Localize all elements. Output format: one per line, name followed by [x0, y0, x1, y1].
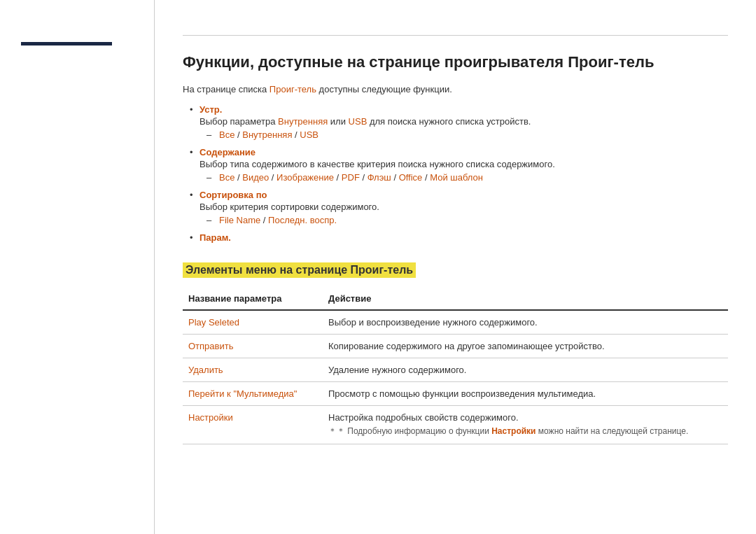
link-vse-1[interactable]: Все — [219, 129, 234, 140]
page-container: Функции, доступные на странице проигрыва… — [0, 0, 756, 534]
col1-header: Название параметра — [183, 289, 323, 310]
sort-sub-item: File Name / Последн. воспр. — [206, 215, 728, 225]
param-name-delete: Удалить — [183, 358, 323, 382]
intro-paragraph: На странице списка Проиг-тель доступны с… — [183, 84, 728, 94]
col2-header: Действие — [323, 289, 728, 310]
param-action-playseleted: Выбор и воспроизведение нужного содержим… — [323, 310, 728, 335]
bullet-label-ustr: Устр. — [200, 104, 222, 115]
sort-description: Выбор критерия сортировки содержимого. — [200, 202, 728, 212]
table-header-row: Название параметра Действие — [183, 289, 728, 310]
param-name-settings: Настройки — [183, 406, 323, 444]
param-action-delete: Удаление нужного содержимого. — [323, 358, 728, 382]
link-video[interactable]: Видео — [242, 172, 269, 183]
link-filename[interactable]: File Name — [219, 215, 260, 225]
param-name-goto: Перейти к "Мультимедиа" — [183, 382, 323, 406]
content-description: Выбор типа содержимого в качестве критер… — [200, 159, 728, 169]
link-usb[interactable]: USB — [349, 116, 368, 127]
intro-link[interactable]: Проиг-тель — [270, 84, 316, 94]
sidebar — [0, 0, 154, 534]
main-content: Функции, доступные на странице проигрыва… — [154, 0, 756, 534]
link-mytemplate[interactable]: Мой шаблон — [430, 172, 483, 183]
link-office[interactable]: Office — [399, 172, 423, 183]
list-item-param: Парам. — [190, 232, 728, 243]
intro-suffix: доступны следующие функции. — [316, 84, 452, 94]
settings-note-link: Настройки — [491, 426, 536, 436]
link-image[interactable]: Изображение — [276, 172, 334, 183]
top-divider — [183, 35, 728, 36]
bullet-label-content: Содержание — [200, 147, 255, 157]
section-heading: Элементы меню на странице Проиг-тель — [183, 262, 416, 278]
link-usb-2[interactable]: USB — [300, 129, 318, 140]
list-item-content: Содержание Выбор типа содержимого в каче… — [190, 147, 728, 183]
feature-list: Устр. Выбор параметра Внутренняя или USB… — [190, 104, 728, 243]
list-item-ustr: Устр. Выбор параметра Внутренняя или USB… — [190, 104, 728, 140]
param-action-goto: Просмотр с помощью функции воспроизведен… — [323, 382, 728, 406]
bullet-label-sort: Сортировка по — [200, 190, 267, 200]
table-row: Отправить Копирование содержимого на дру… — [183, 335, 728, 358]
table-row: Перейти к "Мультимедиа" Просмотр с помощ… — [183, 382, 728, 406]
link-vnutrennyaya-2[interactable]: Внутренняя — [242, 129, 292, 140]
bullet-label-param: Парам. — [200, 232, 231, 243]
link-vse-2[interactable]: Все — [219, 172, 234, 183]
table-row: Удалить Удаление нужного содержимого. — [183, 358, 728, 382]
table-row: Play Seleted Выбор и воспроизведение нуж… — [183, 310, 728, 335]
page-title: Функции, доступные на странице проигрыва… — [183, 53, 728, 71]
settings-note: ＊＊ Подробную информацию о функции Настро… — [328, 426, 722, 437]
param-action-settings: Настройка подробных свойств содержимого.… — [323, 406, 728, 444]
sidebar-accent — [21, 42, 112, 45]
content-sub-item: Все / Видео / Изображение / PDF / Флэш /… — [206, 172, 728, 183]
link-vnutrennyaya[interactable]: Внутренняя — [278, 116, 328, 127]
param-action-send: Копирование содержимого на другое запоми… — [323, 335, 728, 358]
intro-text: На странице списка — [183, 84, 270, 94]
link-pdf[interactable]: PDF — [342, 172, 360, 183]
link-flash[interactable]: Флэш — [368, 172, 391, 183]
param-name-playseleted: Play Seleted — [183, 310, 323, 335]
ustr-sub-item: Все / Внутренняя / USB — [206, 129, 728, 140]
param-name-send: Отправить — [183, 335, 323, 358]
ustr-description: Выбор параметра Внутренняя или USB для п… — [200, 116, 728, 127]
link-lastplayed[interactable]: Последн. воспр. — [268, 215, 337, 225]
table-row: Настройки Настройка подробных свойств со… — [183, 406, 728, 444]
params-table: Название параметра Действие Play Seleted… — [183, 289, 728, 444]
list-item-sort: Сортировка по Выбор критерия сортировки … — [190, 190, 728, 225]
